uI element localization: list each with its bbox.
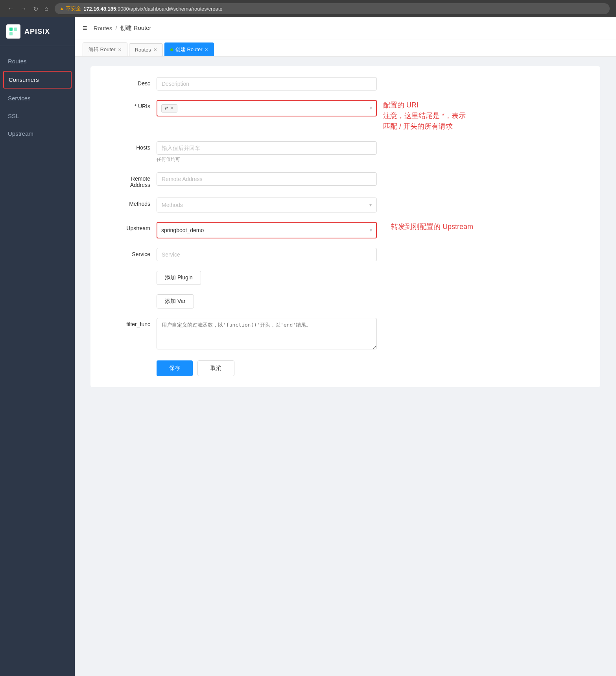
app-layout: APISIX Routes Consumers Services SSL Ups…: [0, 17, 616, 676]
var-label-spacer: [103, 294, 150, 297]
uris-input-box[interactable]: /* ✕ ▾: [157, 100, 377, 116]
tab-close-edit-router[interactable]: ✕: [118, 47, 122, 52]
cancel-button[interactable]: 取消: [197, 360, 234, 376]
upstream-control: springboot_demo ▾: [157, 222, 377, 238]
main-content: ≡ Routes / 创建 Router 编辑 Router ✕ Routes …: [75, 17, 616, 676]
tab-close-routes[interactable]: ✕: [153, 47, 157, 52]
upstream-select[interactable]: springboot_demo ▾: [157, 222, 377, 238]
svg-rect-2: [9, 32, 13, 35]
desc-label: Desc: [103, 77, 150, 87]
remote-address-input[interactable]: [157, 172, 377, 186]
hosts-helper: 任何值均可: [157, 156, 377, 163]
back-button[interactable]: ←: [6, 4, 16, 14]
top-bar: ≡ Routes / 创建 Router: [75, 17, 616, 39]
reload-button[interactable]: ↻: [31, 4, 40, 14]
uri-tag: /* ✕: [161, 104, 177, 113]
var-control: 添加 Var: [157, 294, 377, 308]
methods-label: Methods: [103, 198, 150, 207]
methods-select[interactable]: Methods ▾: [157, 198, 377, 212]
var-row: 添加 Var: [103, 294, 588, 308]
desc-row: Desc: [103, 77, 588, 91]
address-bar[interactable]: ▲ 不安全 172.16.48.185:9080/apisix/dashboar…: [55, 3, 610, 14]
hosts-label: Hosts: [103, 141, 150, 151]
remote-address-control: [157, 172, 377, 186]
sidebar-item-ssl[interactable]: SSL: [0, 107, 75, 125]
remote-address-row: Remote Address: [103, 172, 588, 188]
form-section: Desc * URIs /* ✕ ▾: [90, 66, 600, 387]
home-button[interactable]: ⌂: [43, 4, 50, 14]
filter-func-label: filter_func: [103, 318, 150, 327]
upstream-dropdown-arrow: ▾: [370, 227, 372, 233]
tab-create-router[interactable]: 创建 Router ✕: [164, 42, 214, 56]
svg-rect-1: [14, 28, 17, 31]
save-button[interactable]: 保存: [157, 360, 193, 376]
service-row: Service: [103, 248, 588, 261]
uris-annotation: 配置的 URI 注意，这里结尾是 *，表示 匹配 / 开头的所有请求: [383, 100, 466, 132]
logo-text: APISIX: [24, 28, 50, 36]
tabs-bar: 编辑 Router ✕ Routes ✕ 创建 Router ✕: [75, 39, 616, 57]
security-warning-icon: ▲ 不安全: [59, 5, 81, 12]
filter-func-row: filter_func: [103, 318, 588, 351]
hosts-control: 任何值均可: [157, 141, 377, 163]
methods-row: Methods Methods ▾: [103, 198, 588, 212]
desc-control: [157, 77, 377, 91]
tab-close-create-router[interactable]: ✕: [205, 47, 208, 52]
methods-control: Methods ▾: [157, 198, 377, 212]
upstream-label: Upstream: [103, 222, 150, 231]
service-control: [157, 248, 377, 261]
add-var-button[interactable]: 添加 Var: [157, 294, 194, 308]
service-input[interactable]: [157, 248, 377, 261]
desc-input[interactable]: [157, 77, 377, 91]
tab-routes[interactable]: Routes ✕: [129, 43, 163, 56]
hosts-input[interactable]: [157, 141, 377, 155]
uris-label: * URIs: [103, 100, 150, 109]
sidebar: APISIX Routes Consumers Services SSL Ups…: [0, 17, 75, 676]
svg-rect-0: [9, 28, 13, 31]
uri-tag-close[interactable]: ✕: [170, 105, 174, 111]
methods-dropdown-arrow: ▾: [369, 202, 372, 208]
tab-edit-router[interactable]: 编辑 Router ✕: [83, 42, 127, 56]
filter-func-textarea[interactable]: [157, 318, 377, 349]
breadcrumb: Routes / 创建 Router: [94, 24, 151, 32]
breadcrumb-separator: /: [115, 25, 117, 31]
sidebar-logo: APISIX: [0, 17, 75, 46]
form-actions: 保存 取消: [103, 360, 588, 376]
add-plugin-button[interactable]: 添加 Plugin: [157, 271, 201, 285]
plugin-label-spacer: [103, 271, 150, 274]
sidebar-item-routes[interactable]: Routes: [0, 52, 75, 70]
logo-icon: [6, 24, 20, 39]
uris-row: * URIs /* ✕ ▾ 配置的 URI 注意，这里结尾是 *，表示: [103, 100, 588, 132]
filter-func-control: [157, 318, 377, 351]
breadcrumb-current: 创建 Router: [120, 24, 151, 32]
sidebar-item-upstream[interactable]: Upstream: [0, 125, 75, 142]
remote-address-label: Remote Address: [103, 172, 150, 188]
plugin-control: 添加 Plugin: [157, 271, 377, 285]
sidebar-item-services[interactable]: Services: [0, 89, 75, 107]
browser-chrome: ← → ↻ ⌂ ▲ 不安全 172.16.48.185:9080/apisix/…: [0, 0, 616, 17]
uris-control: /* ✕ ▾: [157, 100, 377, 116]
nav-buttons: ← → ↻ ⌂: [6, 4, 50, 14]
hosts-row: Hosts 任何值均可: [103, 141, 588, 163]
forward-button[interactable]: →: [19, 4, 28, 14]
sidebar-navigation: Routes Consumers Services SSL Upstream: [0, 46, 75, 149]
url-display: 172.16.48.185:9080/apisix/dashboard#/sch…: [83, 6, 222, 12]
breadcrumb-root: Routes: [94, 25, 113, 31]
plugin-row: 添加 Plugin: [103, 271, 588, 285]
upstream-annotation: 转发到刚配置的 Upstream: [391, 222, 473, 231]
upstream-row: Upstream springboot_demo ▾ 转发到刚配置的 Upstr…: [103, 222, 588, 238]
hamburger-icon[interactable]: ≡: [83, 24, 87, 33]
sidebar-item-consumers[interactable]: Consumers: [3, 71, 72, 89]
tab-active-dot: [170, 48, 173, 51]
service-label: Service: [103, 248, 150, 257]
uris-dropdown-arrow: ▾: [370, 105, 372, 111]
form-area: Desc * URIs /* ✕ ▾: [75, 57, 616, 676]
